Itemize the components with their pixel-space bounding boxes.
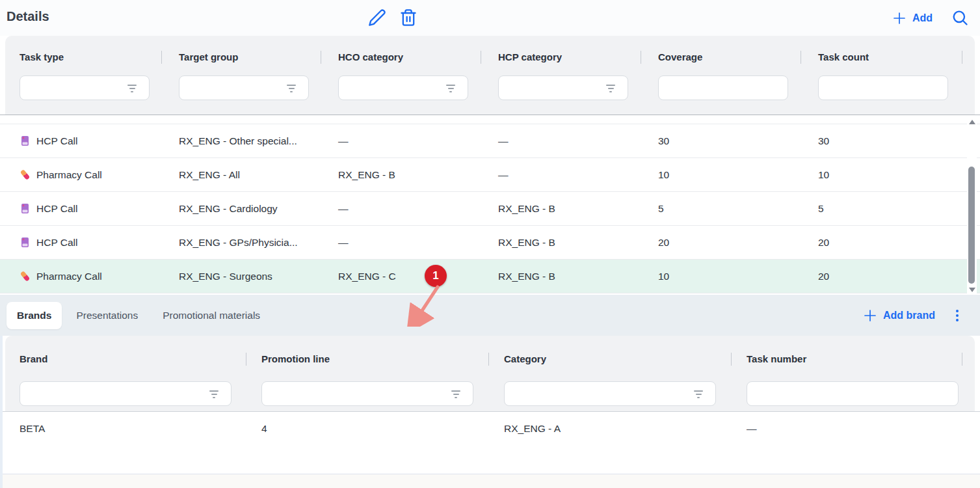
column-header-promotion-line: Promotion line <box>261 353 504 366</box>
promotion-line-cell: 4 <box>261 423 504 435</box>
coverage-cell: 30 <box>658 135 818 147</box>
task-number-cell: — <box>747 423 967 435</box>
table-row[interactable]: HCP Call RX_ENG - Other special... — — 3… <box>0 124 980 158</box>
hco-category-cell: — <box>338 135 498 147</box>
scroll-down-arrow-icon[interactable] <box>969 288 975 292</box>
add-brand-button[interactable]: Add brand <box>862 295 935 336</box>
filter-input-task-count[interactable] <box>818 75 948 100</box>
task-count-cell: 30 <box>818 135 967 147</box>
filter-icon[interactable] <box>287 85 296 92</box>
hco-category-cell: RX_ENG - C <box>338 271 498 282</box>
filter-icon[interactable] <box>606 85 615 92</box>
column-header-task-number: Task number <box>747 353 975 366</box>
task-type-label: HCP Call <box>36 203 77 215</box>
table-row[interactable]: HCP Call RX_ENG - Cardiology — RX_ENG - … <box>0 192 980 226</box>
hcp-call-icon <box>20 135 31 146</box>
target-group-cell: RX_ENG - Cardiology <box>179 203 338 215</box>
column-header-coverage: Coverage <box>658 51 818 64</box>
column-header-hcp-category: HCP category <box>498 51 658 64</box>
tab-brands[interactable]: Brands <box>7 302 62 329</box>
filter-icon[interactable] <box>127 85 137 92</box>
hcp-category-cell: — <box>498 135 658 147</box>
task-count-cell: 20 <box>818 237 967 249</box>
task-type-label: Pharmacy Call <box>36 169 102 181</box>
bottom-strip <box>0 474 980 488</box>
kebab-menu-button[interactable] <box>950 305 964 326</box>
tasks-table-body: Pharmacy Call RX_ENG - All — — HCP Call … <box>0 115 980 295</box>
task-type-label: HCP Call <box>36 237 77 249</box>
details-header: Details Add <box>0 0 980 36</box>
pharmacy-call-icon <box>20 169 31 180</box>
category-cell: RX_ENG - A <box>504 423 747 435</box>
task-count-cell: 20 <box>818 271 967 282</box>
tab-promotional-materials[interactable]: Promotional materials <box>152 302 271 329</box>
filter-icon[interactable] <box>694 390 703 398</box>
tasks-table-header: Task type Target group HCO category HCP … <box>5 36 975 115</box>
scrollbar-thumb[interactable] <box>968 167 975 284</box>
filter-icon[interactable] <box>446 85 455 92</box>
filter-icon[interactable] <box>451 390 460 398</box>
scroll-up-arrow-icon[interactable] <box>969 120 975 124</box>
hcp-call-icon <box>20 237 31 248</box>
hcp-call-icon <box>20 203 31 214</box>
pharmacy-call-icon <box>20 271 31 282</box>
coverage-cell: 20 <box>658 237 818 249</box>
hcp-category-cell: RX_ENG - B <box>498 237 658 249</box>
add-button[interactable]: Add <box>892 0 933 36</box>
brands-table-body: BETA 4 RX_ENG - A — <box>0 411 980 474</box>
hcp-category-cell: RX_ENG - B <box>498 271 658 282</box>
column-header-target-group: Target group <box>179 51 338 64</box>
filter-input-coverage[interactable] <box>658 75 788 100</box>
trash-icon <box>399 19 417 29</box>
add-brand-label: Add brand <box>883 310 935 321</box>
brands-table-header: Brand Promotion line Category Task numbe… <box>5 336 975 411</box>
target-group-cell: RX_ENG - All <box>179 169 338 181</box>
annotation-arrow-icon <box>402 284 449 327</box>
hcp-category-cell: RX_ENG - B <box>498 203 658 215</box>
page-title: Details <box>7 9 49 24</box>
task-type-label: HCP Call <box>36 135 77 147</box>
add-button-label: Add <box>912 12 933 24</box>
hco-category-cell: — <box>338 237 498 249</box>
detail-tabs-bar: Brands Presentations Promotional materia… <box>0 295 980 336</box>
edit-button[interactable] <box>368 8 386 27</box>
left-edge-decoration <box>0 336 3 488</box>
target-group-cell: RX_ENG - Other special... <box>179 135 338 147</box>
filter-icon[interactable] <box>209 390 219 398</box>
vertical-scrollbar[interactable] <box>967 116 977 294</box>
tab-presentations[interactable]: Presentations <box>66 302 148 329</box>
plus-icon <box>892 10 907 26</box>
table-row[interactable]: HCP Call RX_ENG - GPs/Physicia... — RX_E… <box>0 226 980 260</box>
task-count-cell: 5 <box>818 203 967 215</box>
plus-icon <box>862 308 878 323</box>
column-header-category: Category <box>504 353 747 366</box>
column-header-task-count: Task count <box>818 51 975 64</box>
target-group-cell: RX_ENG - Surgeons <box>179 271 338 282</box>
search-button[interactable] <box>951 8 969 27</box>
filter-input-promotion-line[interactable] <box>261 381 473 406</box>
filter-input-task-number[interactable] <box>747 381 959 406</box>
task-type-label: Pharmacy Call <box>36 271 102 282</box>
table-row[interactable]: Pharmacy Call RX_ENG - All RX_ENG - B — … <box>0 158 980 192</box>
target-group-cell: RX_ENG - GPs/Physicia... <box>179 237 338 249</box>
hco-category-cell: — <box>338 203 498 215</box>
column-header-brand: Brand <box>20 353 261 366</box>
hco-category-cell: RX_ENG - B <box>338 169 498 181</box>
column-header-task-type: Task type <box>20 51 179 64</box>
coverage-cell: 10 <box>658 271 818 282</box>
task-count-cell: 10 <box>818 169 967 181</box>
filter-input-category[interactable] <box>504 381 716 406</box>
filter-input-brand[interactable] <box>20 381 232 406</box>
delete-button[interactable] <box>399 8 417 27</box>
pencil-icon <box>368 19 386 29</box>
brand-cell: BETA <box>20 423 261 435</box>
coverage-cell: 5 <box>658 203 818 215</box>
table-row-selected[interactable]: Pharmacy Call RX_ENG - Surgeons RX_ENG -… <box>0 260 980 293</box>
coverage-cell: 10 <box>658 169 818 181</box>
search-icon <box>951 19 969 29</box>
table-row-partial[interactable]: Pharmacy Call RX_ENG - All — — <box>0 115 980 124</box>
hcp-category-cell: — <box>498 169 658 181</box>
column-header-hco-category: HCO category <box>338 51 498 64</box>
table-row[interactable]: BETA 4 RX_ENG - A — <box>0 412 980 446</box>
